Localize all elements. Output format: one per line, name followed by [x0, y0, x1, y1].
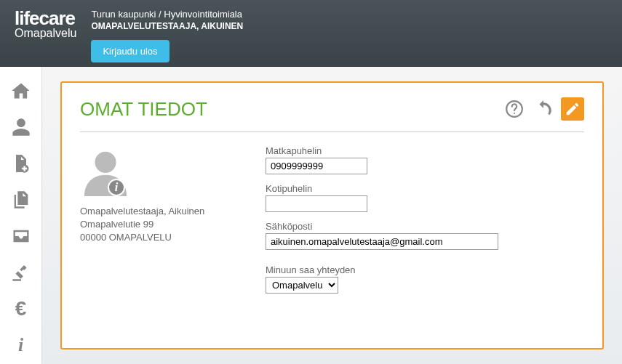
new-document-icon[interactable]: [10, 153, 32, 174]
home-phone-input[interactable]: [266, 195, 367, 212]
user-city: 00000 OMAPALVELU: [80, 231, 244, 244]
contact-label: Minuun saa yhteyden: [266, 264, 584, 275]
page-title: OMAT TIEDOT: [80, 98, 207, 121]
avatar: i: [80, 145, 131, 196]
edit-button[interactable]: [561, 97, 584, 121]
header-info: Turun kaupunki / Hyvinvointitoimiala OMA…: [91, 7, 243, 62]
contact-select[interactable]: Omapalvelu: [266, 277, 338, 294]
header-user: OMAPALVELUTESTAAJA, AIKUINEN: [91, 21, 243, 31]
help-button[interactable]: [503, 97, 526, 121]
gavel-icon[interactable]: [10, 262, 32, 283]
email-input[interactable]: [266, 233, 498, 250]
header-org: Turun kaupunki / Hyvinvointitoimiala: [91, 9, 243, 20]
sidebar: € i: [0, 67, 42, 364]
user-section: i Omapalvelutestaaja, Aikuinen Omapalvel…: [80, 145, 244, 302]
info-icon[interactable]: i: [10, 334, 32, 356]
logo: lifecare Omapalvelu: [15, 7, 76, 40]
panel-header: OMAT TIEDOT: [80, 97, 584, 121]
undo-button[interactable]: [532, 97, 555, 121]
divider: [80, 132, 584, 132]
user-name: Omapalvelutestaaja, Aikuinen: [80, 205, 244, 218]
app-header: lifecare Omapalvelu Turun kaupunki / Hyv…: [0, 0, 622, 67]
svg-point-3: [95, 152, 116, 173]
euro-icon[interactable]: €: [10, 298, 32, 320]
panel-actions: [503, 97, 584, 121]
home-icon[interactable]: [10, 80, 32, 102]
user-icon[interactable]: [10, 116, 32, 138]
content-area: OMAT TIEDOT: [42, 67, 622, 364]
logo-sub: Omapalvelu: [15, 27, 76, 40]
mobile-label: Matkapuhelin: [266, 145, 584, 156]
logout-button[interactable]: Kirjaudu ulos: [91, 40, 169, 62]
form-section: Matkapuhelin Kotipuhelin Sähköposti Minu…: [266, 145, 584, 302]
main-panel: OMAT TIEDOT: [60, 81, 604, 349]
inbox-icon[interactable]: [10, 225, 32, 247]
email-label: Sähköposti: [266, 221, 584, 232]
svg-point-2: [514, 113, 515, 114]
documents-icon[interactable]: [10, 189, 32, 211]
mobile-input[interactable]: [266, 158, 367, 174]
home-phone-label: Kotipuhelin: [266, 183, 584, 194]
avatar-info-badge: i: [108, 179, 125, 196]
panel-body: i Omapalvelutestaaja, Aikuinen Omapalvel…: [80, 145, 584, 302]
user-address: Omapalvelutie 99: [80, 218, 244, 231]
